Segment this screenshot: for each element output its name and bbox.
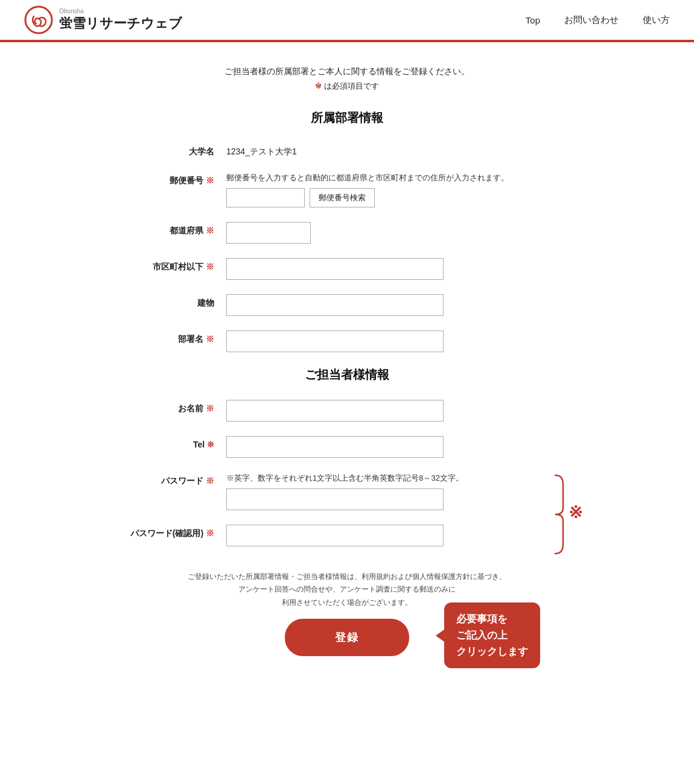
logo-icon bbox=[24, 5, 53, 34]
name-required-star: ※ bbox=[206, 403, 214, 413]
postal-required-star: ※ bbox=[206, 175, 214, 185]
nav-top[interactable]: Top bbox=[526, 15, 540, 25]
header-nav: Top お問い合わせ 使い方 bbox=[526, 14, 670, 26]
name-content bbox=[226, 400, 576, 422]
tel-content bbox=[226, 436, 576, 458]
tel-input[interactable] bbox=[226, 436, 444, 458]
name-row: お名前 ※ bbox=[118, 400, 576, 422]
dept-row: 部署名 ※ bbox=[118, 330, 576, 352]
postal-input[interactable] bbox=[226, 188, 305, 207]
university-row: 大学名 1234_テスト大学1 bbox=[118, 143, 576, 157]
password-input[interactable] bbox=[226, 488, 444, 510]
password-required-star: ※ bbox=[206, 476, 214, 485]
city-required-star: ※ bbox=[206, 262, 214, 271]
dept-input[interactable] bbox=[226, 330, 444, 352]
building-input[interactable] bbox=[226, 294, 444, 316]
dept-required-star: ※ bbox=[206, 334, 214, 344]
password-confirm-input[interactable] bbox=[226, 525, 444, 546]
intro-line1: ご担当者様の所属部署とご本人に関する情報をご登録ください。 bbox=[118, 66, 576, 77]
password-label: パスワード ※ bbox=[118, 472, 226, 487]
nav-howto[interactable]: 使い方 bbox=[643, 14, 670, 26]
postal-content: 郵便番号を入力すると自動的に都道府県と市区町村までの住所が入力されます。 郵便番… bbox=[226, 172, 576, 207]
nav-contact[interactable]: お問い合わせ bbox=[564, 14, 619, 26]
prefecture-label: 都道府県 ※ bbox=[118, 222, 226, 236]
register-area: 登録 必要事項を ご記入の上 クリックします bbox=[118, 619, 576, 656]
prefecture-content bbox=[226, 222, 576, 244]
password-hint: ※英字、数字をそれぞれ1文字以上含む半角英数字記号8～32文字。 bbox=[226, 472, 576, 485]
password-confirm-content bbox=[226, 525, 576, 546]
section1-title: 所属部署情報 bbox=[118, 110, 576, 126]
password-confirm-required-star: ※ bbox=[206, 528, 214, 538]
prefecture-row: 都道府県 ※ bbox=[118, 222, 576, 244]
password-content: ※英字、数字をそれぞれ1文字以上含む半角英数字記号8～32文字。 bbox=[226, 472, 576, 510]
section2-title: ご担当者様情報 bbox=[118, 367, 576, 383]
tel-label: Tel ※ bbox=[118, 436, 226, 449]
building-row: 建物 bbox=[118, 294, 576, 316]
password-confirm-row: パスワード(確認用) ※ bbox=[118, 525, 576, 546]
main-content: ご担当者様の所属部署とご本人に関する情報をご登録ください。 ※ は必須項目です … bbox=[106, 42, 588, 692]
callout-box: 必要事項を ご記入の上 クリックします bbox=[444, 602, 540, 669]
password-confirm-label: パスワード(確認用) ※ bbox=[118, 525, 226, 539]
building-content bbox=[226, 294, 576, 316]
postal-hint: 郵便番号を入力すると自動的に都道府県と市区町村までの住所が入力されます。 bbox=[226, 172, 576, 185]
required-star: ※ bbox=[315, 81, 322, 90]
postal-label: 郵便番号 ※ bbox=[118, 172, 226, 186]
postal-row: 郵便番号 ※ 郵便番号を入力すると自動的に都道府県と市区町村までの住所が入力され… bbox=[118, 172, 576, 207]
university-value-wrap: 1234_テスト大学1 bbox=[226, 143, 576, 157]
password-row: パスワード ※ ※英字、数字をそれぞれ1文字以上含む半角英数字記号8～32文字。 bbox=[118, 472, 576, 510]
name-label: お名前 ※ bbox=[118, 400, 226, 414]
postal-search-button[interactable]: 郵便番号検索 bbox=[310, 188, 375, 207]
required-note: ※ は必須項目です bbox=[118, 81, 576, 92]
university-value: 1234_テスト大学1 bbox=[226, 143, 576, 157]
prefecture-input[interactable] bbox=[226, 222, 311, 244]
svg-point-0 bbox=[25, 7, 52, 33]
tel-row: Tel ※ bbox=[118, 436, 576, 458]
brace-symbol: ※ bbox=[568, 502, 582, 522]
name-input[interactable] bbox=[226, 400, 444, 422]
building-label: 建物 bbox=[118, 294, 226, 309]
dept-content bbox=[226, 330, 576, 352]
dept-label: 部署名 ※ bbox=[118, 330, 226, 345]
city-label: 市区町村以下 ※ bbox=[118, 258, 226, 273]
logo: Obunsha 蛍雪リサーチウェブ bbox=[24, 5, 182, 34]
city-content bbox=[226, 258, 576, 280]
university-label: 大学名 bbox=[118, 143, 226, 157]
city-input[interactable] bbox=[226, 258, 444, 280]
prefecture-required-star: ※ bbox=[206, 226, 214, 235]
logo-sub: Obunsha bbox=[59, 8, 182, 14]
tel-required-star: ※ bbox=[207, 440, 214, 449]
city-row: 市区町村以下 ※ bbox=[118, 258, 576, 280]
logo-text: 蛍雪リサーチウェブ bbox=[59, 14, 182, 33]
header: Obunsha 蛍雪リサーチウェブ Top お問い合わせ 使い方 bbox=[0, 0, 694, 42]
register-button[interactable]: 登録 bbox=[285, 619, 409, 656]
brace-decoration bbox=[546, 472, 564, 557]
